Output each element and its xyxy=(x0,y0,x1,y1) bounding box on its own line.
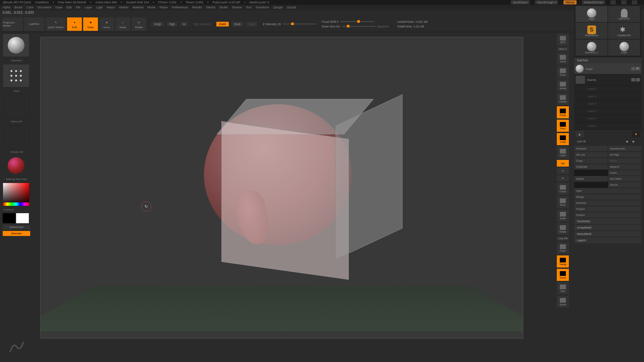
visibility-icon[interactable] xyxy=(631,67,635,70)
menu-document[interactable]: Document xyxy=(38,6,51,9)
lightbox-button[interactable]: LightBox xyxy=(24,17,44,31)
draw-button[interactable]: ✚Draw xyxy=(83,17,98,31)
secondary-color-swatch[interactable] xyxy=(3,213,15,223)
color-picker[interactable] xyxy=(3,183,30,206)
project-button[interactable]: Project xyxy=(574,206,641,212)
paste-button[interactable]: Paste xyxy=(608,158,642,164)
subtool-empty-slot[interactable]: Insert 4 xyxy=(574,93,641,100)
bpr-button[interactable]: BPR xyxy=(557,34,569,46)
scale-button[interactable]: ⤢Scale xyxy=(115,17,130,31)
eye-icon[interactable] xyxy=(636,78,640,81)
tool-kugel[interactable]: Kugel xyxy=(576,6,607,22)
copy-button[interactable]: Copy xyxy=(574,158,608,164)
menu-light[interactable]: Light xyxy=(96,6,103,9)
geometry-section[interactable]: Geometry xyxy=(574,218,641,224)
draw-size-slider[interactable]: Draw Size 64Dynamic xyxy=(322,25,389,28)
move-down-button[interactable]: ▼ xyxy=(632,131,640,137)
menu-file[interactable]: File xyxy=(76,6,81,9)
xpose-button[interactable]: Xpose xyxy=(557,296,569,308)
split-button[interactable]: Split xyxy=(574,188,641,194)
menu-movie[interactable]: Movie xyxy=(147,6,155,9)
append-button[interactable]: Append xyxy=(608,164,642,170)
viewport[interactable]: ↻ xyxy=(40,37,523,339)
list-all-button[interactable]: List All xyxy=(577,140,586,144)
z-intensity-slider[interactable]: Z Intensity 25 xyxy=(263,22,316,26)
aahalf-button[interactable]: AAHalf xyxy=(557,93,569,105)
window-min-icon[interactable] xyxy=(610,0,616,4)
tool-kugel-2[interactable]: Kugel xyxy=(608,40,640,56)
menu-color[interactable]: Color xyxy=(26,6,34,9)
menu-stroke[interactable]: Stroke xyxy=(219,6,228,9)
menu-alpha[interactable]: Alpha xyxy=(3,6,10,9)
xyz-button[interactable]: Xyz xyxy=(557,160,569,167)
subtool-empty-slot[interactable]: Insert 3 xyxy=(574,85,641,93)
subtool-empty-slot[interactable]: Insert 8 xyxy=(574,122,641,130)
menu-edit[interactable]: Edit xyxy=(66,6,72,9)
rgb-button[interactable]: Rgb xyxy=(167,22,178,26)
menu-material[interactable]: Material xyxy=(132,6,143,9)
switchcolor-button[interactable]: SwitchColor xyxy=(3,225,30,230)
primary-color-swatch[interactable] xyxy=(16,213,29,223)
material-selector[interactable] xyxy=(3,156,30,176)
extract-button[interactable]: Extract xyxy=(574,212,641,218)
menu-preferences[interactable]: Preferences xyxy=(172,6,188,9)
rotate-view-button[interactable]: Rotate xyxy=(557,223,569,235)
move-button[interactable]: ✥Move xyxy=(99,17,114,31)
texture-selector[interactable] xyxy=(3,125,30,148)
zoom-minus-icon[interactable]: ⊖ xyxy=(557,168,569,174)
tool-simplebrush[interactable]: SSimpleBrush xyxy=(576,23,607,39)
menu-zscript[interactable]: Zscript xyxy=(287,6,296,9)
rotate-button[interactable]: ⟳Rotate xyxy=(131,17,146,31)
edit-button[interactable]: ✦Edit xyxy=(67,17,82,31)
visibility-icon[interactable] xyxy=(631,78,635,81)
mrgb-button[interactable]: Mrgb xyxy=(152,22,164,26)
menus-button[interactable]: Menus xyxy=(564,0,577,4)
subtool-wuerfel[interactable]: Wuerfel xyxy=(574,74,641,85)
eye-icon[interactable]: 👁 xyxy=(636,67,640,70)
zadd-button[interactable]: Zadd xyxy=(216,22,229,26)
menu-layer[interactable]: Layer xyxy=(85,6,92,9)
lsym-button[interactable]: LSym xyxy=(557,146,569,159)
menu-transform[interactable]: Transform xyxy=(255,6,269,9)
tool-sphere3d-1[interactable]: Sphere3D_1 xyxy=(576,40,607,56)
zcut-button[interactable]: Zcut xyxy=(246,22,258,26)
zoom-plus-icon[interactable]: ⊕ xyxy=(557,175,569,181)
solo-button[interactable]: Solo xyxy=(557,282,569,294)
tool-polymesh3d[interactable]: ✱PolyMesh3D xyxy=(608,23,640,39)
spix-slider[interactable]: SPix 3 xyxy=(557,47,569,51)
subtool-empty-slot[interactable]: Insert 7 xyxy=(574,115,641,122)
transp-button[interactable]: Transp xyxy=(557,255,569,267)
arraymesh-section[interactable]: ArrayMesh xyxy=(574,224,641,231)
defaultzscript-button[interactable]: DefaultZScript xyxy=(582,0,605,4)
subtool-header[interactable]: SubTool xyxy=(574,57,641,63)
subtool-empty-slot[interactable]: Insert 5 xyxy=(574,100,641,108)
allhigh-button[interactable]: All High xyxy=(608,152,642,158)
polyf-button[interactable]: PolyF xyxy=(557,242,569,254)
seethrough-slider[interactable]: See-through 0 xyxy=(535,0,558,4)
floor-button[interactable]: Floor xyxy=(557,120,569,132)
layers-section[interactable]: Layers xyxy=(574,237,641,243)
zoom-button[interactable]: Zoom xyxy=(557,66,569,78)
m-button[interactable]: M xyxy=(180,22,188,26)
menu-draw[interactable]: Draw xyxy=(55,6,62,9)
window-max-icon[interactable] xyxy=(621,0,627,4)
menu-macro[interactable]: Macro xyxy=(107,6,115,9)
window-close-icon[interactable] xyxy=(632,0,637,4)
menu-brush[interactable]: Brush xyxy=(14,6,22,9)
delall-button[interactable]: Del All xyxy=(608,182,642,188)
subtool-kugel[interactable]: Kugel 👁 xyxy=(574,63,641,74)
delother-button[interactable]: Del Other xyxy=(608,176,642,182)
menu-zplugin[interactable]: Zplugin xyxy=(273,6,283,9)
tool-cylinder3d[interactable]: Cylinder3D xyxy=(608,6,640,22)
quicksave-button[interactable]: QuickSave xyxy=(511,0,530,4)
brush-selector[interactable] xyxy=(3,34,30,57)
alllow-button[interactable]: All Low xyxy=(574,152,608,158)
insert-button[interactable]: Insert xyxy=(608,170,642,176)
menu-texture[interactable]: Texture xyxy=(232,6,242,9)
menu-marker[interactable]: Marker xyxy=(119,6,128,9)
merge-button[interactable]: Merge xyxy=(574,194,641,200)
projection-master-button[interactable]: Projection Master xyxy=(3,17,23,31)
menu-tool[interactable]: Tool xyxy=(246,6,252,9)
zsub-button[interactable]: Zsub xyxy=(231,22,244,26)
stroke-selector[interactable] xyxy=(3,64,30,87)
